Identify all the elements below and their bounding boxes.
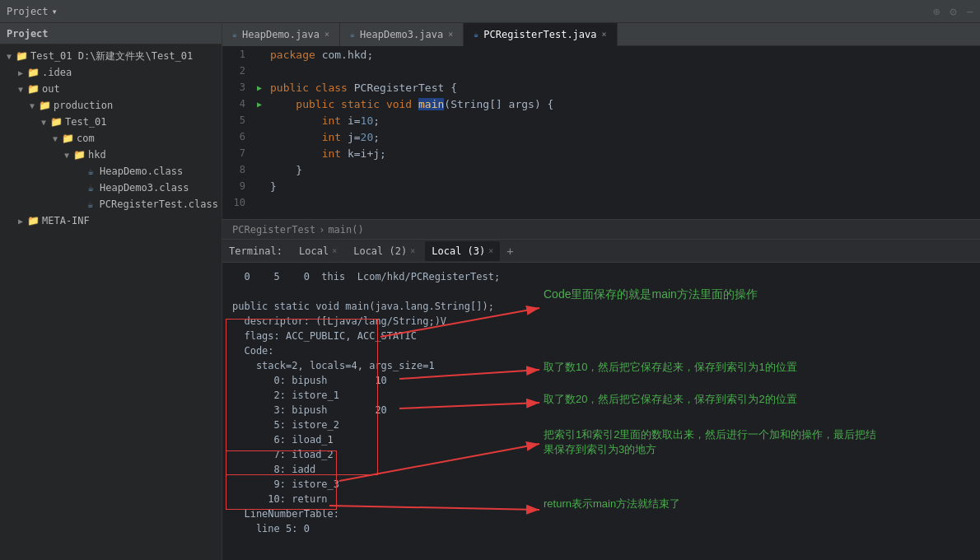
tree-label: Test_01 (65, 116, 107, 128)
project-dropdown-icon[interactable]: ▾ (52, 6, 58, 17)
tree-arrow: ▶ (15, 217, 26, 226)
add-icon[interactable]: ⊕ (933, 5, 940, 18)
tree-arrow: ▼ (26, 101, 38, 110)
folder-icon: 📁 (49, 116, 63, 128)
terminal-line-bipush10: 0: bipush 10 (232, 373, 970, 388)
tree-label: PCRegisterTest.class (100, 198, 219, 210)
tree-item-test01[interactable]: ▼ 📁 Test_01 D:\新建文件夹\Test_01 (0, 48, 222, 64)
tree-arrow: ▼ (49, 134, 61, 143)
tree-item-production[interactable]: ▼ 📁 production (0, 97, 222, 114)
sidebar-tree: ▼ 📁 Test_01 D:\新建文件夹\Test_01 ▶ 📁 .idea ▼… (0, 44, 222, 560)
project-title: Project (7, 6, 49, 17)
code-line-2: 2 (222, 63, 980, 79)
tree-label: .idea (42, 67, 72, 78)
java-active-icon: ☕ (474, 30, 478, 39)
sidebar-title: Project (7, 28, 49, 40)
terminal-tab-local3[interactable]: Local (3) × (425, 241, 500, 261)
code-editor[interactable]: 1 package com.hkd; 2 3 ▶ public class PC… (222, 46, 980, 219)
project-label[interactable]: Project ▾ (7, 6, 58, 17)
tab-close-icon[interactable]: × (332, 246, 337, 255)
breadcrumb-separator: › (319, 224, 324, 236)
code-line-3: 3 ▶ public class PCRegisterTest { (222, 79, 980, 96)
tree-item-com[interactable]: ▼ 📁 com (0, 130, 222, 147)
terminal-line-bipush20: 3: bipush 20 (232, 403, 970, 418)
tab-close-icon[interactable]: × (602, 30, 607, 39)
tab-label: PCRegisterTest.java (483, 29, 596, 40)
tree-label: HeapDemo.class (100, 166, 183, 177)
tree-arrow: ▼ (38, 118, 49, 127)
tab-close-icon[interactable]: × (410, 246, 415, 255)
tab-pcregistertest[interactable]: ☕ PCRegisterTest.java × (464, 23, 617, 46)
terminal-add-button[interactable]: + (503, 245, 516, 258)
folder-icon: 📁 (26, 215, 40, 226)
code-line-7: 7 int k=i+j; (222, 145, 980, 161)
terminal-line: descriptor: ([Ljava/lang/String;)V (232, 314, 970, 329)
folder-icon: 📁 (26, 83, 40, 95)
tree-arrow: ▶ (15, 68, 26, 77)
terminal-area: Terminal: Local × Local (2) × Local (3) … (222, 239, 980, 560)
editor-area: ☕ HeapDemo.java × ☕ HeapDemo3.java × ☕ P… (222, 23, 980, 560)
tree-label: production (54, 100, 113, 111)
run-icon[interactable]: ▶ (257, 83, 262, 92)
sidebar-header: Project (0, 23, 222, 44)
tree-label: META-INF (42, 215, 90, 226)
tree-item-pcregistertest-class[interactable]: ☕ PCRegisterTest.class (0, 196, 222, 212)
terminal-line-line5: line 5: 0 (232, 521, 970, 536)
terminal-line-iload2: 7: iload_2 (232, 447, 970, 462)
breadcrumb-class: PCRegisterTest (232, 224, 315, 236)
tree-item-test01-sub[interactable]: ▼ 📁 Test_01 (0, 114, 222, 130)
terminal-content: 0 5 0 this Lcom/hkd/PCRegisterTest; publ… (222, 263, 980, 560)
run-icon[interactable]: ▶ (257, 100, 262, 109)
tree-item-meta-inf[interactable]: ▶ 📁 META-INF (0, 212, 222, 229)
terminal-line: public static void main(java.lang.String… (232, 299, 970, 314)
settings-icon[interactable]: ⚙ (950, 5, 956, 18)
terminal-line-istore2: 5: istore_2 (232, 418, 970, 432)
tree-arrow: ▼ (3, 52, 15, 61)
java-icon: ☕ (232, 30, 237, 39)
terminal-line-flags: flags: ACC_PUBLIC, ACC_STATIC (232, 329, 970, 343)
terminal-line (232, 284, 970, 299)
tree-item-heapdemo-class[interactable]: ☕ HeapDemo.class (0, 163, 222, 180)
terminal-tab-label: Local (2) (353, 245, 407, 257)
terminal-label: Terminal: (229, 245, 282, 257)
terminal-line-iload1: 6: iload_1 (232, 432, 970, 447)
folder-icon: 📁 (15, 50, 28, 62)
tree-label: com (77, 133, 95, 144)
class-icon: ☕ (84, 166, 97, 177)
code-line-8: 8 } (222, 161, 980, 178)
code-line-1: 1 package com.hkd; (222, 46, 980, 63)
code-line-9: 9 } (222, 178, 980, 194)
folder-icon: 📁 (38, 100, 51, 111)
terminal-line-iadd: 8: iadd (232, 462, 970, 477)
terminal-line-istore3: 9: istore_3 (232, 477, 970, 492)
terminal-tab-label: Local (299, 245, 329, 257)
folder-icon: 📁 (61, 133, 74, 144)
folder-icon: 📁 (72, 149, 86, 161)
tab-bar: ☕ HeapDemo.java × ☕ HeapDemo3.java × ☕ P… (222, 23, 980, 46)
terminal-tab-local2[interactable]: Local (2) × (347, 241, 422, 261)
tab-close-icon[interactable]: × (448, 30, 453, 39)
tree-arrow: ▼ (61, 151, 72, 160)
tree-label: HeapDemo3.class (100, 182, 189, 194)
breadcrumb-method: main() (328, 224, 363, 236)
tab-close-icon[interactable]: × (324, 30, 329, 39)
java-icon: ☕ (350, 30, 355, 39)
terminal-line-return: 10: return (232, 492, 970, 506)
tree-arrow: ▼ (15, 85, 26, 94)
tab-heapdemo[interactable]: ☕ HeapDemo.java × (222, 23, 340, 46)
tree-item-idea[interactable]: ▶ 📁 .idea (0, 64, 222, 81)
top-bar: Project ▾ ⊕ ⚙ − (0, 0, 980, 23)
sidebar: Project ▼ 📁 Test_01 D:\新建文件夹\Test_01 ▶ 📁… (0, 23, 222, 560)
tab-label: HeapDemo.java (242, 29, 320, 40)
terminal-line-stack: stack=2, locals=4, args_size=1 (232, 358, 970, 373)
code-line-10: 10 (222, 194, 980, 211)
tree-item-out[interactable]: ▼ 📁 out (0, 81, 222, 97)
terminal-tab-local[interactable]: Local × (292, 241, 343, 261)
minimize-icon[interactable]: − (967, 5, 973, 18)
tree-item-hkd[interactable]: ▼ 📁 hkd (0, 147, 222, 163)
tab-close-icon[interactable]: × (488, 246, 493, 255)
tree-item-heapdemo3-class[interactable]: ☕ HeapDemo3.class (0, 180, 222, 196)
terminal-tab-label: Local (3) (432, 245, 485, 257)
terminal-line-istore1: 2: istore_1 (232, 388, 970, 403)
tab-heapdemo3[interactable]: ☕ HeapDemo3.java × (340, 23, 464, 46)
